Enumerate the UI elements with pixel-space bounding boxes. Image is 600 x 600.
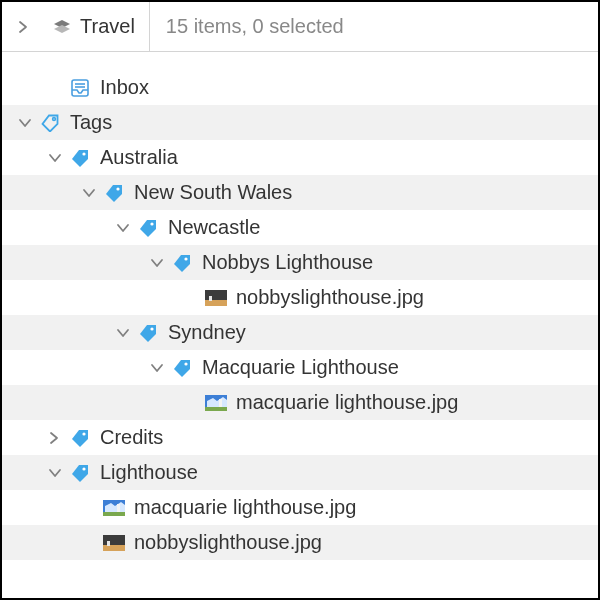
tree-label: Australia [94,146,178,169]
tree-label: Credits [94,426,163,449]
chevron-right-icon [17,20,31,34]
image-thumb-icon [103,500,125,516]
header: Travel 15 items, 0 selected [2,2,598,52]
tree-row-nsw[interactable]: New South Wales [2,175,598,210]
tree-row-newcastle[interactable]: Newcastle [2,210,598,245]
tree-label: macquarie lighthouse.jpg [230,391,458,414]
tree: Inbox Tags Australia New South Wales New… [2,52,598,560]
chevron-down-icon[interactable] [48,466,62,480]
tree-label: macquarie lighthouse.jpg [128,496,356,519]
layers-icon [52,18,72,36]
image-thumb-icon [205,290,227,306]
chevron-down-icon[interactable] [150,361,164,375]
chevron-down-icon[interactable] [116,221,130,235]
header-title-group[interactable]: Travel [46,2,150,51]
chevron-down-icon[interactable] [82,186,96,200]
tag-icon [71,464,89,482]
tree-label: nobbyslighthouse.jpg [128,531,322,554]
tree-row-nobbys[interactable]: Nobbys Lighthouse [2,245,598,280]
tree-row-australia[interactable]: Australia [2,140,598,175]
tree-row-lighthouse[interactable]: Lighthouse [2,455,598,490]
image-thumb-icon [103,535,125,551]
tree-label: Newcastle [162,216,260,239]
tree-label: nobbyslighthouse.jpg [230,286,424,309]
tree-label: New South Wales [128,181,292,204]
header-status: 15 items, 0 selected [150,15,344,38]
chevron-down-icon[interactable] [18,116,32,130]
tree-label: Tags [64,111,112,134]
tag-icon [139,219,157,237]
tree-label: Syndney [162,321,246,344]
tree-row-file[interactable]: nobbyslighthouse.jpg [2,525,598,560]
tree-label: Nobbys Lighthouse [196,251,373,274]
tree-row-macquarie[interactable]: Macquarie Lighthouse [2,350,598,385]
chevron-down-icon[interactable] [150,256,164,270]
tree-row-file[interactable]: nobbyslighthouse.jpg [2,280,598,315]
tag-icon [41,114,59,132]
header-title: Travel [80,15,135,38]
tag-icon [139,324,157,342]
inbox-icon [71,79,89,97]
chevron-right-icon[interactable] [48,431,62,445]
tag-icon [173,359,191,377]
tree-row-sydney[interactable]: Syndney [2,315,598,350]
tree-row-file[interactable]: macquarie lighthouse.jpg [2,385,598,420]
back-button[interactable] [2,2,46,51]
image-thumb-icon [205,395,227,411]
tag-icon [71,429,89,447]
tree-row-inbox[interactable]: Inbox [2,70,598,105]
chevron-down-icon[interactable] [48,151,62,165]
tree-row-credits[interactable]: Credits [2,420,598,455]
tree-label: Lighthouse [94,461,198,484]
tree-label: Macquarie Lighthouse [196,356,399,379]
tree-label: Inbox [94,76,149,99]
tag-icon [105,184,123,202]
tag-icon [173,254,191,272]
tag-icon [71,149,89,167]
chevron-down-icon[interactable] [116,326,130,340]
tree-row-file[interactable]: macquarie lighthouse.jpg [2,490,598,525]
tree-row-tags[interactable]: Tags [2,105,598,140]
